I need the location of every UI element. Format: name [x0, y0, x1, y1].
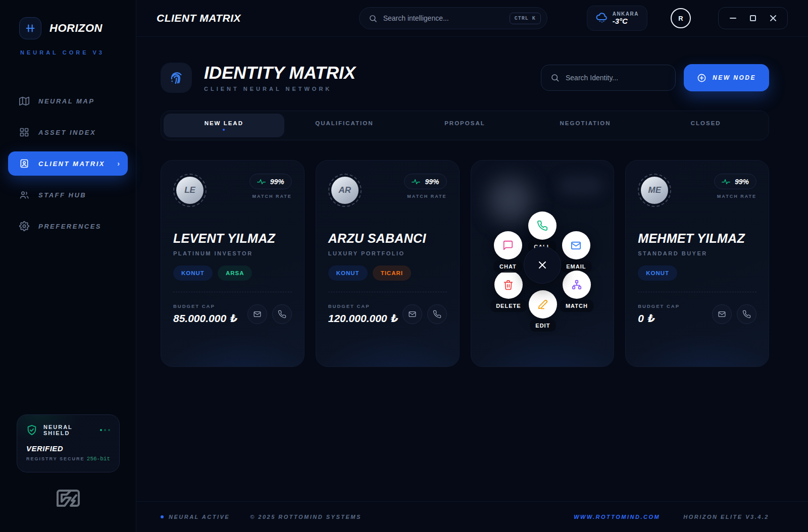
shield-status: VERIFIED	[26, 444, 110, 453]
email-button[interactable]	[247, 304, 267, 324]
status-label: NEURAL ACTIVE	[169, 514, 230, 520]
tab-new-lead[interactable]: NEW LEAD	[164, 114, 284, 137]
brand-subtitle: NEURAL CORE V3	[0, 39, 136, 56]
version-label: HORIZON ELITE V3.4.2	[683, 514, 769, 520]
sidebar-item-neural-map[interactable]: NEURAL MAP	[8, 89, 128, 113]
horizon-logo-icon	[19, 17, 41, 39]
tab-label: NEW LEAD	[205, 120, 243, 126]
global-search[interactable]: CTRL K	[359, 7, 547, 29]
weather-temperature: -3°C	[613, 17, 639, 25]
menu-label: DELETE	[490, 300, 526, 312]
tag: KONUT	[173, 265, 213, 281]
envelope-icon	[570, 240, 582, 251]
menu-label: EDIT	[530, 320, 556, 332]
client-cards-grid: LE 99% MATCH RATE LEVENT YILMAZ PLATINUM…	[161, 160, 769, 367]
tab-label: CLOSED	[691, 120, 721, 126]
phone-button[interactable]	[272, 304, 292, 324]
tag: KONUT	[638, 265, 677, 281]
main-column: CLIENT MATRIX CTRL K A	[136, 0, 808, 532]
pulse-icon	[722, 178, 730, 185]
avatar-initial: R	[678, 15, 683, 22]
tab-closed[interactable]: CLOSED	[645, 114, 766, 137]
client-role: STANDARD BUYER	[638, 250, 756, 256]
weather-city: ANKARA	[613, 11, 639, 17]
divider	[328, 292, 447, 292]
shield-subtext: REGISTRY SECURE	[26, 456, 85, 461]
identity-search[interactable]	[541, 65, 676, 91]
identity-search-input[interactable]	[566, 74, 666, 82]
divider	[173, 292, 292, 292]
match-button[interactable]	[563, 271, 591, 299]
delete-button[interactable]	[494, 271, 523, 299]
edit-button[interactable]	[529, 290, 557, 318]
plus-circle-icon	[697, 73, 706, 83]
client-role: LUXURY PORTFOLIO	[328, 250, 447, 256]
pulse-icon	[257, 178, 266, 185]
client-name: ARZU SABANCI	[328, 231, 447, 246]
tab-label: PROPOSAL	[444, 120, 485, 126]
keyboard-shortcut-badge: CTRL K	[510, 13, 541, 24]
fingerprint-icon	[161, 63, 192, 93]
avatar-initials: AR	[338, 185, 351, 195]
avatar: AR	[328, 174, 362, 207]
minimize-button[interactable]	[723, 9, 743, 27]
global-search-input[interactable]	[383, 14, 503, 22]
active-tab-dot	[223, 129, 225, 131]
tab-qualification[interactable]: QUALIFICATION	[284, 114, 405, 137]
status-dot-icon	[161, 515, 164, 518]
avatar: ME	[638, 174, 671, 207]
window-controls	[718, 7, 788, 29]
trash-icon	[503, 280, 514, 290]
sidebar-item-label: PREFERENCES	[38, 223, 102, 230]
chat-button[interactable]	[494, 231, 522, 259]
tag: TICARI	[373, 265, 411, 281]
phone-button[interactable]	[427, 304, 447, 324]
client-card-mehmet[interactable]: ME 99% MATCH RATE MEHMET YILMAZ STANDARD…	[625, 160, 769, 367]
new-node-label: NEW NODE	[713, 74, 756, 81]
gear-icon	[19, 221, 29, 231]
close-button[interactable]	[763, 9, 783, 27]
search-icon	[369, 14, 377, 23]
tab-negotiation[interactable]: NEGOTIATION	[525, 114, 646, 137]
page-title: IDENTITY MATRIX	[204, 64, 356, 81]
weather-drizzle-icon	[595, 12, 608, 24]
client-card-arzu[interactable]: AR 99% MATCH RATE ARZU SABANCI LUXURY PO…	[316, 160, 460, 367]
client-name: LEVENT YILMAZ	[173, 231, 292, 246]
weather-widget[interactable]: ANKARA -3°C	[587, 6, 647, 31]
maximize-icon	[750, 15, 756, 21]
chat-bubble-icon	[502, 240, 514, 251]
client-card-menu-open[interactable]: CALL EMAIL MATCH	[471, 160, 615, 367]
user-avatar[interactable]: R	[671, 8, 691, 28]
sidebar-item-asset-index[interactable]: ASSET INDEX	[8, 120, 128, 144]
new-node-button[interactable]: NEW NODE	[684, 64, 769, 91]
phone-button[interactable]	[737, 304, 756, 324]
sidebar-item-label: ASSET INDEX	[38, 129, 96, 136]
call-button[interactable]	[528, 211, 557, 240]
envelope-icon	[718, 310, 726, 318]
client-card-levent[interactable]: LE 99% MATCH RATE LEVENT YILMAZ PLATINUM…	[161, 160, 305, 367]
phone-icon	[433, 310, 441, 318]
neural-shield-panel: NEURAL SHIELD VERIFIED REGISTRY SECURE 2…	[17, 414, 120, 472]
match-value: 99%	[270, 178, 284, 186]
avatar-initials: LE	[184, 185, 195, 195]
maximize-button[interactable]	[743, 9, 763, 27]
email-button[interactable]	[712, 304, 732, 324]
website-link[interactable]: WWW.ROTTOMIND.COM	[574, 514, 660, 520]
identity-matrix-header: IDENTITY MATRIX CLIENT NEURAL NETWORK	[161, 63, 769, 93]
shield-check-icon	[26, 424, 37, 436]
email-button[interactable]	[402, 304, 422, 324]
match-rate-label: MATCH RATE	[249, 194, 292, 199]
close-menu-button[interactable]	[524, 246, 561, 284]
email-button[interactable]	[562, 231, 590, 259]
sidebar-item-staff-hub[interactable]: STAFF HUB	[8, 183, 128, 207]
phone-icon	[278, 310, 286, 318]
sidebar-item-preferences[interactable]: PREFERENCES	[8, 214, 128, 238]
client-role: PLATINUM INVESTOR	[173, 250, 292, 256]
pipeline-tabs: NEW LEAD QUALIFICATION PROPOSAL NEGOTIAT…	[161, 111, 769, 140]
status-dots-icon	[100, 429, 110, 431]
sidebar-item-client-matrix[interactable]: CLIENT MATRIX ›	[8, 151, 128, 176]
envelope-icon	[253, 310, 262, 318]
tab-proposal[interactable]: PROPOSAL	[405, 114, 525, 137]
content-area: IDENTITY MATRIX CLIENT NEURAL NETWORK	[136, 37, 808, 501]
phone-icon	[537, 220, 548, 231]
